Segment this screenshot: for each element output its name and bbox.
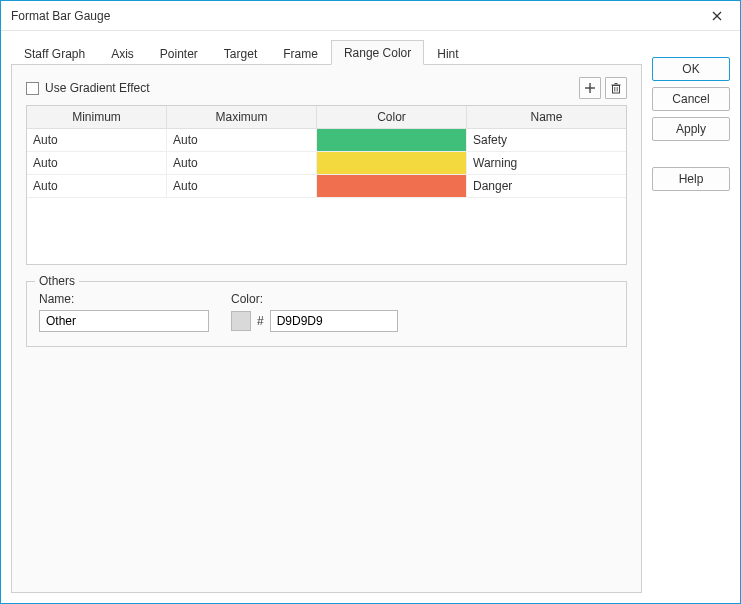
close-button[interactable] (702, 5, 732, 27)
add-row-button[interactable] (579, 77, 601, 99)
cell-max[interactable]: Auto (167, 152, 317, 174)
table-row[interactable]: Auto Auto Danger (27, 175, 626, 198)
color-swatch (317, 152, 466, 174)
main-column: Staff Graph Axis Pointer Target Frame Ra… (11, 39, 642, 593)
cell-name[interactable]: Danger (467, 175, 626, 197)
apply-button[interactable]: Apply (652, 117, 730, 141)
others-name-input[interactable] (39, 310, 209, 332)
tab-hint[interactable]: Hint (424, 41, 471, 65)
others-color-group: # (231, 310, 398, 332)
tab-target[interactable]: Target (211, 41, 270, 65)
help-button[interactable]: Help (652, 167, 730, 191)
delete-row-button[interactable] (605, 77, 627, 99)
tab-staff-graph[interactable]: Staff Graph (11, 41, 98, 65)
svg-rect-4 (613, 86, 620, 94)
table-header: Minimum Maximum Color Name (27, 106, 626, 129)
cell-name[interactable]: Warning (467, 152, 626, 174)
cell-max[interactable]: Auto (167, 175, 317, 197)
cell-color[interactable] (317, 129, 467, 151)
col-color[interactable]: Color (317, 106, 467, 128)
tab-range-color[interactable]: Range Color (331, 40, 424, 65)
tab-pointer[interactable]: Pointer (147, 41, 211, 65)
others-hex-input[interactable] (270, 310, 398, 332)
dialog-body: Staff Graph Axis Pointer Target Frame Ra… (1, 31, 740, 603)
cell-min[interactable]: Auto (27, 129, 167, 151)
cell-color[interactable] (317, 152, 467, 174)
color-swatch (317, 175, 466, 197)
color-swatch (317, 129, 466, 151)
titlebar: Format Bar Gauge (1, 1, 740, 31)
col-name[interactable]: Name (467, 106, 626, 128)
trash-icon (610, 82, 622, 94)
cell-min[interactable]: Auto (27, 152, 167, 174)
table-row[interactable]: Auto Auto Safety (27, 129, 626, 152)
table-actions (579, 77, 627, 99)
cancel-button[interactable]: Cancel (652, 87, 730, 111)
cell-color[interactable] (317, 175, 467, 197)
tab-axis[interactable]: Axis (98, 41, 147, 65)
tab-frame[interactable]: Frame (270, 41, 331, 65)
window-title: Format Bar Gauge (11, 9, 110, 23)
panel-top-row: Use Gradient Effect (26, 77, 627, 99)
col-minimum[interactable]: Minimum (27, 106, 167, 128)
others-name-field: Name: (39, 292, 209, 332)
others-legend: Others (35, 274, 79, 288)
hash-label: # (257, 314, 264, 328)
checkbox-label: Use Gradient Effect (45, 81, 150, 95)
checkbox-box (26, 82, 39, 95)
others-color-field: Color: # (231, 292, 398, 332)
others-fieldset: Others Name: Color: # (26, 281, 627, 347)
others-row: Name: Color: # (39, 292, 614, 332)
cell-name[interactable]: Safety (467, 129, 626, 151)
plus-icon (584, 82, 596, 94)
tab-bar: Staff Graph Axis Pointer Target Frame Ra… (11, 39, 642, 65)
others-name-label: Name: (39, 292, 209, 306)
cell-max[interactable]: Auto (167, 129, 317, 151)
tab-panel-range-color: Use Gradient Effect (11, 65, 642, 593)
cell-min[interactable]: Auto (27, 175, 167, 197)
ok-button[interactable]: OK (652, 57, 730, 81)
range-table: Minimum Maximum Color Name Auto Auto Saf… (26, 105, 627, 265)
others-color-label: Color: (231, 292, 398, 306)
spacer (652, 147, 730, 161)
close-icon (712, 11, 722, 21)
others-color-swatch[interactable] (231, 311, 251, 331)
table-row[interactable]: Auto Auto Warning (27, 152, 626, 175)
col-maximum[interactable]: Maximum (167, 106, 317, 128)
dialog-window: Format Bar Gauge Staff Graph Axis Pointe… (0, 0, 741, 604)
gradient-checkbox[interactable]: Use Gradient Effect (26, 81, 150, 95)
side-buttons: OK Cancel Apply Help (652, 39, 730, 593)
